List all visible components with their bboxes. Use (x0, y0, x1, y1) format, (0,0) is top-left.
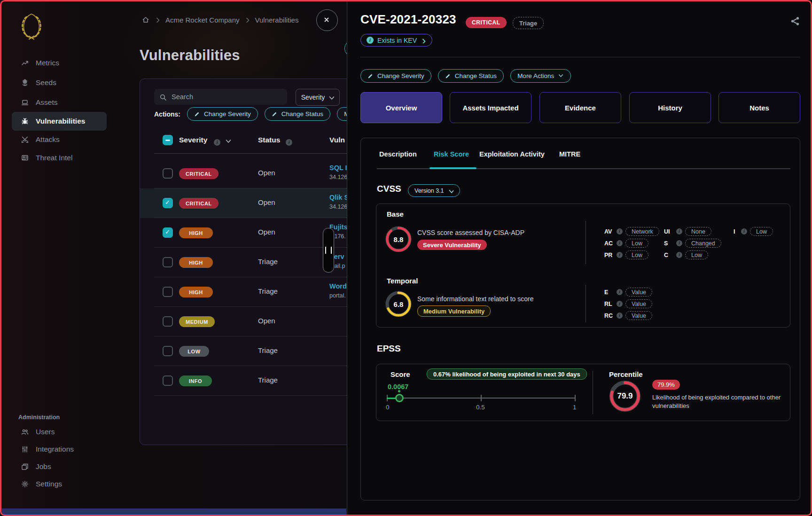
change-status-label: Change Status (455, 72, 497, 79)
subtab-exploitation-activity[interactable]: Exploitation Activity (479, 150, 545, 158)
home-icon[interactable] (142, 16, 150, 24)
share-icon (790, 16, 800, 26)
tab-notes[interactable]: Notes (718, 92, 800, 123)
table-row[interactable]: HIGH Triage Word portal. (140, 277, 352, 307)
sidebar-item-jobs[interactable]: Jobs (12, 458, 107, 476)
sidebar-item-seeds[interactable]: Seeds (12, 73, 107, 92)
vulnerability-link[interactable]: Qlik S (329, 194, 349, 201)
row-checkbox[interactable] (163, 375, 173, 386)
row-checkbox[interactable] (163, 287, 173, 297)
severity-badge: CRITICAL (179, 168, 219, 179)
metric-value-pill[interactable]: Changed (685, 239, 721, 248)
exists-in-kev-link[interactable]: Exists in KEV (360, 34, 432, 47)
share-button[interactable] (790, 16, 802, 28)
severity-badge: CRITICAL (179, 198, 219, 209)
info-icon[interactable] (617, 289, 623, 295)
close-drawer-button[interactable] (316, 9, 338, 31)
severity-badge: LOW (179, 346, 209, 357)
tab-assets-impacted[interactable]: Assets Impacted (450, 92, 531, 123)
subtab-mitre[interactable]: MITRE (559, 150, 580, 158)
change-severity-button[interactable]: Change Severity (360, 69, 431, 83)
info-icon[interactable] (617, 313, 623, 319)
subtab-description[interactable]: Description (379, 150, 417, 158)
sidebar-item-threat-intel[interactable]: Threat Intel (12, 149, 107, 167)
table-row[interactable]: MEDIUM Open (140, 307, 352, 336)
row-checkbox[interactable] (163, 168, 173, 179)
metric-row: CLow (664, 250, 708, 259)
table-row[interactable]: CRITICAL Open Qlik S 34.126 (140, 188, 352, 218)
info-icon[interactable] (676, 240, 682, 246)
info-icon[interactable] (741, 228, 747, 235)
sidebar-item-attacks[interactable]: Attacks (12, 130, 107, 149)
metric-value-pill[interactable]: Value (625, 299, 652, 308)
status-cell: Open (258, 198, 275, 206)
column-header-severity[interactable]: Severity (179, 136, 207, 144)
vulnerability-link[interactable]: SQL I (329, 164, 347, 172)
sidebar-item-label: Jobs (36, 462, 51, 471)
table-row[interactable]: CRITICAL Open SQL I 34.126 (140, 159, 352, 188)
metric-value-pill[interactable]: Value (625, 311, 652, 320)
more-actions-dropdown[interactable]: More Actions (510, 69, 571, 83)
tab-history[interactable]: History (629, 92, 711, 123)
column-header-vuln[interactable]: Vuln (329, 136, 345, 144)
row-checkbox[interactable] (163, 257, 173, 267)
metric-value-pill[interactable]: Low (625, 239, 648, 248)
tab-overview[interactable]: Overview (360, 92, 442, 123)
table-row[interactable]: LOW Triage (140, 336, 352, 366)
metric-value-pill[interactable]: Low (685, 250, 708, 259)
metric-value-pill[interactable]: Low (625, 250, 648, 259)
sidebar-item-users[interactable]: Users (12, 423, 107, 441)
change-status-button[interactable]: Change Status (265, 107, 330, 121)
sliders-icon (21, 446, 29, 453)
sidebar-item-integrations[interactable]: Integrations (12, 440, 107, 458)
actions-label: Actions: (154, 110, 180, 118)
cve-status-badge[interactable]: Triage (513, 17, 544, 29)
breadcrumb: Acme Rocket Company Vulnerabilities (142, 16, 298, 24)
table-row[interactable]: HIGH Triage Serv mail.p (140, 248, 352, 277)
metric-value-pill[interactable]: Network (625, 227, 659, 236)
sidebar-item-assets[interactable]: Assets (12, 93, 107, 112)
info-icon[interactable] (617, 301, 623, 307)
breadcrumb-item-page[interactable]: Vulnerabilities (255, 16, 299, 24)
search-input[interactable] (171, 93, 276, 101)
table-row[interactable]: INFO Triage (140, 366, 352, 396)
sidebar-item-settings[interactable]: Settings (12, 475, 107, 493)
epss-score-slider[interactable] (387, 393, 576, 404)
row-checkbox[interactable] (163, 316, 173, 327)
sidebar-item-label: Seeds (36, 78, 56, 87)
sidebar-item-metrics[interactable]: Metrics (12, 54, 107, 72)
row-checkbox[interactable] (163, 346, 173, 356)
chevron-down-icon[interactable] (225, 137, 231, 146)
metric-value-pill[interactable]: Value (625, 288, 652, 297)
info-icon[interactable] (617, 252, 623, 258)
search-box[interactable] (154, 89, 287, 105)
metric-row: PRLow (604, 250, 648, 259)
admin-section-heading: Administration (18, 414, 60, 421)
info-icon[interactable] (286, 137, 292, 146)
column-header-status[interactable]: Status (258, 136, 280, 144)
subtab-risk-score[interactable]: Risk Score (434, 150, 469, 158)
metric-value-pill[interactable]: None (685, 227, 711, 236)
table-row[interactable]: HIGH Open Fujits 6.176. (140, 218, 352, 248)
metric-value-pill[interactable]: Low (750, 227, 773, 236)
info-icon[interactable] (676, 228, 682, 235)
info-icon[interactable] (617, 240, 623, 246)
slider-thumb[interactable] (395, 394, 404, 402)
cvss-version-dropdown[interactable]: Version 3.1 (408, 184, 460, 197)
sidebar-item-label: Vulnerabilities (36, 117, 85, 125)
breadcrumb-item-company[interactable]: Acme Rocket Company (165, 16, 240, 24)
info-icon[interactable] (214, 137, 220, 146)
row-checkbox[interactable] (163, 227, 173, 238)
tab-evidence[interactable]: Evidence (539, 92, 621, 123)
sidebar-item-vulnerabilities[interactable]: Vulnerabilities (12, 112, 107, 131)
severity-filter-dropdown[interactable]: Severity (296, 89, 340, 106)
info-icon[interactable] (676, 252, 682, 258)
select-all-checkbox[interactable] (163, 135, 173, 145)
row-checkbox[interactable] (163, 198, 173, 208)
metric-row: AVNetwork (604, 227, 659, 236)
vulnerability-link[interactable]: Word (329, 282, 347, 290)
info-icon[interactable] (617, 228, 623, 235)
change-status-button[interactable]: Change Status (438, 69, 504, 83)
change-severity-button[interactable]: Change Severity (187, 107, 258, 121)
drawer-resize-handle[interactable] (323, 228, 334, 273)
